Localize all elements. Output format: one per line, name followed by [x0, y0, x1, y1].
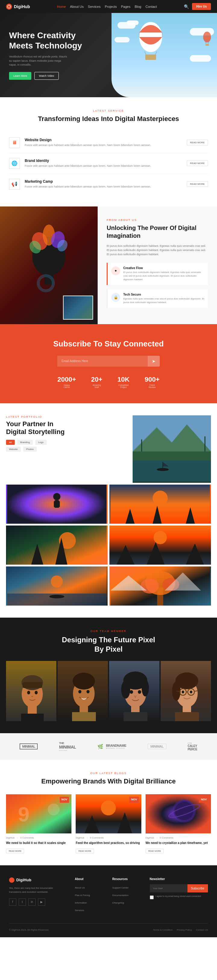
feature-content-2: Tech Secure Egestas nulla quis venenatis… [123, 293, 204, 304]
blog-image-3: NOV [145, 794, 211, 834]
watch-video-button[interactable]: Watch Video [34, 72, 59, 80]
social-linkedin[interactable]: in [28, 899, 35, 906]
svg-point-48 [51, 576, 63, 587]
subscribe-send-button[interactable]: ➤ [148, 356, 160, 367]
team-member-3 [109, 661, 160, 721]
footer-link-information[interactable]: Information [75, 902, 87, 904]
footer-privacy[interactable]: Privacy Policy [177, 929, 192, 931]
logo-icon [6, 3, 12, 10]
footer-description: Yes, there are many text the innumerable… [9, 886, 66, 894]
blog-sep-3: • [156, 837, 157, 839]
landscape-svg [132, 415, 211, 482]
logo-item-3: 🌿 BRANDNAME MINIMAL STUDIO [97, 744, 126, 749]
social-facebook[interactable]: f [9, 899, 16, 906]
readmore-button-3[interactable]: READ MORE [187, 181, 208, 187]
service-desc-1: Fusce velit aenean quis habitant ante bi… [25, 143, 182, 148]
footer-contact[interactable]: Contact Us [196, 929, 208, 931]
filter-logo[interactable]: Logo [35, 440, 47, 445]
footer-terms[interactable]: Terms & Condition [153, 929, 172, 931]
svg-point-43 [154, 531, 167, 544]
svg-point-63 [35, 691, 38, 694]
readmore-button-1[interactable]: READ MORE [187, 140, 208, 145]
svg-point-70 [78, 690, 81, 694]
svg-point-100 [101, 800, 116, 815]
search-icon[interactable]: 🔍 [184, 4, 189, 9]
portfolio-item-6[interactable] [109, 566, 211, 606]
footer-bottom: © DigiHub 2023. All Rights Reserved Term… [9, 923, 208, 931]
footer-link-plan[interactable]: Plan & Pricing [75, 894, 90, 897]
nav-about[interactable]: About Us [70, 5, 83, 8]
svg-point-0 [8, 5, 11, 8]
portfolio-item-5[interactable] [6, 566, 108, 606]
blog-readmore-3[interactable]: READ MORE [145, 849, 164, 853]
team-member-1 [6, 661, 56, 721]
team-member-4 [161, 661, 211, 721]
nav-projects[interactable]: Projects [105, 5, 117, 8]
filter-photos[interactable]: Photos [23, 447, 37, 452]
readmore-button-2[interactable]: READ MORE [187, 161, 208, 166]
logo-text-1: MINIMAL [19, 743, 38, 749]
footer-logo-icon [9, 877, 14, 883]
portfolio-top: LATEST PORTFOLIO Your Partner In Digital… [6, 415, 211, 483]
footer-logo-text: DigiHub [16, 878, 31, 882]
svg-point-62 [27, 691, 30, 694]
footer-link-about-us[interactable]: About Us [75, 886, 85, 889]
nav-pages[interactable]: Pages [121, 5, 131, 8]
svg-point-64 [31, 696, 33, 697]
footer-link-docs[interactable]: Documentation [112, 894, 128, 897]
email-input[interactable] [57, 356, 148, 367]
blog-author-2: DigiHub [76, 837, 84, 839]
footer-col-about: About About Us Plan & Pricing Informatio… [75, 877, 103, 915]
hire-us-button[interactable]: Hire Us [192, 3, 211, 10]
newsletter-checkbox[interactable] [150, 896, 154, 899]
member-3-svg [109, 661, 160, 721]
stat-label-1: HappyClients [57, 384, 76, 388]
nav-home[interactable]: Home [57, 5, 66, 8]
logo-text-2: THE [59, 741, 76, 745]
blog-card-1: NOV 9 DigiHub • 0 Comments We need to bu… [6, 794, 72, 853]
footer-copyright: © DigiHub 2023. All Rights Reserved [9, 929, 48, 931]
portfolio-filter-row-2: Website Photos [6, 447, 132, 452]
footer-link-services[interactable]: Services [75, 909, 84, 912]
nav-services[interactable]: Services [88, 5, 101, 8]
social-twitter[interactable]: t [19, 899, 26, 906]
blog-card-3: NOV DigiHub • 0 Comments We need to crys… [145, 794, 211, 853]
blog-comments-3: 0 Comments [160, 837, 173, 839]
portfolio-item-3[interactable] [6, 525, 108, 565]
newsletter-email-input[interactable] [150, 884, 187, 892]
portfolio-item-2[interactable] [109, 485, 211, 524]
logo-item-5: CTR CALEY PERCE [188, 742, 198, 751]
blog-readmore-1[interactable]: READ MORE [6, 849, 24, 853]
footer-link-changelog[interactable]: Changelog [112, 902, 124, 904]
hero-description: Vestibulum rhoncus est vel grande porta.… [9, 55, 69, 67]
nav-logo[interactable]: DigiHub [6, 3, 30, 10]
footer-newsletter-title: Newsletter [150, 877, 208, 881]
logo-item-2: THE MINIMAL minimal [59, 741, 76, 751]
social-youtube[interactable]: ▶ [38, 899, 45, 906]
portfolio-grid [6, 485, 211, 606]
filter-branding[interactable]: Branding [17, 440, 33, 445]
nav-blog[interactable]: Blog [135, 5, 141, 8]
newsletter-subscribe-button[interactable]: Subscribe [187, 884, 208, 892]
footer-link-support[interactable]: Support Center [112, 886, 128, 889]
learn-more-button[interactable]: Learn More [9, 72, 31, 80]
portfolio-item-1[interactable] [6, 485, 108, 524]
filter-website[interactable]: Website [6, 447, 21, 452]
feature-box-1: ✦ Creative Flow Et purus duis sollicitud… [107, 263, 208, 285]
feature-icon-1: ✦ [111, 266, 120, 275]
portfolio-item-4[interactable] [109, 525, 211, 565]
svg-point-79 [130, 690, 133, 694]
stat-number-3: 10K [118, 375, 129, 383]
hero-sky-background [112, 13, 217, 97]
filter-all[interactable]: All [6, 440, 15, 445]
portfolio-filter-row-1: All Branding Logo [6, 440, 132, 445]
blog-readmore-2[interactable]: READ MORE [76, 849, 94, 853]
footer-about-title: About [75, 877, 103, 881]
stat-number-1: 2000+ [57, 375, 76, 383]
svg-rect-6 [145, 54, 156, 60]
feature-desc-1: Et purus duis sollicitudin dignissim hab… [123, 270, 204, 282]
svg-rect-73 [72, 712, 96, 721]
nav-contact[interactable]: Contact [145, 5, 157, 8]
svg-point-30 [53, 493, 61, 500]
team-title: Designing The Future PixelBy Pixel [6, 635, 211, 654]
